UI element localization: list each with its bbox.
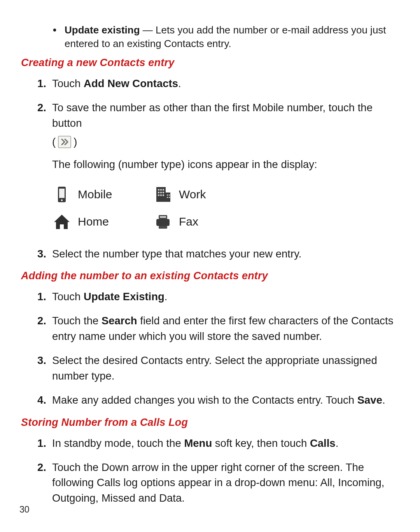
fax-icon [154, 213, 172, 231]
text: . [336, 437, 339, 449]
text: Touch [52, 77, 84, 89]
svg-rect-8 [163, 189, 164, 191]
step-number: 4. [37, 392, 52, 408]
svg-rect-14 [163, 194, 164, 196]
steps-creating-new-contacts: 1. Touch Add New Contacts. 2. To save th… [21, 76, 399, 172]
svg-rect-22 [159, 226, 167, 229]
step-body: Touch the Search field and enter the fir… [52, 313, 399, 344]
step-item: 1. In standby mode, touch the Menu soft … [37, 436, 399, 451]
text: To save the number as other than the fir… [52, 100, 399, 131]
icon-label: Fax [179, 215, 198, 228]
icon-label: Work [179, 188, 206, 201]
svg-rect-13 [160, 194, 162, 196]
steps-adding-number-existing: 1. Touch Update Existing. 2. Touch the S… [21, 289, 399, 408]
step-number: 2. [37, 100, 52, 172]
icon-label: Home [78, 215, 109, 228]
steps-storing-number-calls-log: 1. In standby mode, touch the Menu soft … [21, 436, 399, 506]
page-number: 30 [19, 504, 30, 515]
heading-adding-number-existing: Adding the number to an existing Contact… [21, 270, 399, 282]
step-body: Touch Add New Contacts. [52, 76, 399, 91]
text: Touch the [52, 315, 102, 327]
svg-point-3 [61, 199, 63, 201]
bullet-text: Update existing — Lets you add the numbe… [65, 23, 399, 51]
step-number: 1. [37, 289, 52, 304]
text-bold: Menu [184, 437, 212, 449]
paren-close: ) [74, 134, 77, 150]
text-bold: Add New Contacts [84, 77, 178, 89]
work-icon [154, 186, 172, 203]
text: soft key, then touch [212, 437, 310, 449]
mobile-icon [53, 186, 71, 203]
svg-rect-12 [158, 194, 159, 196]
text: Make any added changes you wish to the C… [52, 394, 357, 406]
svg-rect-11 [163, 192, 164, 193]
step-body: To save the number as other than the fir… [52, 100, 399, 172]
svg-rect-15 [167, 194, 168, 196]
step-body: Select the number type that matches your… [52, 246, 399, 262]
step-body: Touch the Down arrow in the upper right … [52, 460, 399, 506]
text-bold: Calls [310, 437, 336, 449]
text: The following (number type) icons appear… [52, 157, 399, 172]
step-item: 1. Touch Add New Contacts. [37, 76, 399, 91]
icon-row: Home Fax [53, 208, 399, 235]
svg-rect-21 [156, 219, 170, 226]
step-number: 1. [37, 436, 52, 451]
text-bold: Search [102, 315, 137, 327]
step-number: 3. [37, 353, 52, 384]
text: . [164, 290, 168, 303]
step-body: Make any added changes you wish to the C… [52, 392, 399, 408]
step-item: 1. Touch Update Existing. [37, 289, 399, 304]
step-item: 3. Select the desired Contacts entry. Se… [37, 353, 399, 384]
bullet-marker: • [53, 23, 65, 51]
step-number: 2. [37, 313, 52, 344]
text: . [178, 77, 181, 89]
icon-cell-home: Home [53, 213, 154, 231]
svg-rect-6 [158, 189, 159, 191]
paren-open: ( [52, 134, 56, 150]
text-bold: Update Existing [84, 290, 164, 303]
step-item: 3. Select the number type that matches y… [37, 246, 399, 262]
svg-rect-16 [169, 194, 170, 196]
text: . [382, 394, 385, 406]
step-body: Touch Update Existing. [52, 289, 399, 304]
svg-rect-2 [59, 189, 65, 198]
inline-button-graphic: ( ) [52, 134, 77, 150]
step-body: In standby mode, touch the Menu soft key… [52, 436, 399, 451]
text-bold: Save [357, 394, 382, 406]
icon-cell-mobile: Mobile [53, 186, 154, 203]
step-item: 4. Make any added changes you wish to th… [37, 392, 399, 408]
bullet-item: • Update existing — Lets you add the num… [53, 23, 399, 51]
heading-creating-new-contacts: Creating a new Contacts entry [21, 57, 399, 69]
icon-label: Mobile [78, 188, 112, 201]
step-item: 2. Touch the Search field and enter the … [37, 313, 399, 344]
bullet-lead: Update existing [65, 24, 140, 36]
step-item: 2. To save the number as other than the … [37, 100, 399, 172]
step-number: 1. [37, 76, 52, 91]
number-type-icon-grid: Mobile Work [53, 181, 399, 235]
step-number: 3. [37, 246, 52, 262]
step-number: 2. [37, 460, 52, 506]
step-item: 2. Touch the Down arrow in the upper rig… [37, 460, 399, 506]
svg-rect-9 [158, 192, 159, 193]
step-body: Select the desired Contacts entry. Selec… [52, 353, 399, 384]
svg-rect-20 [160, 216, 166, 218]
icon-cell-work: Work [154, 186, 206, 203]
svg-rect-7 [160, 189, 162, 191]
text: Touch [52, 290, 84, 303]
heading-storing-number-calls-log: Storing Number from a Calls Log [21, 416, 399, 429]
icon-cell-fax: Fax [154, 213, 198, 231]
svg-rect-10 [160, 192, 162, 193]
next-icon [58, 136, 71, 148]
svg-rect-17 [167, 197, 168, 198]
svg-rect-18 [169, 197, 170, 198]
home-icon [53, 213, 71, 231]
steps-creating-new-contacts-cont: 3. Select the number type that matches y… [21, 246, 399, 262]
text: In standby mode, touch the [52, 437, 184, 449]
icon-row: Mobile Work [53, 181, 399, 208]
